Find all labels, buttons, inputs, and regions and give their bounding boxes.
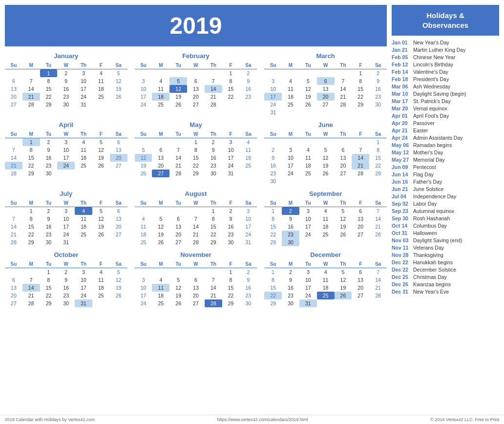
month-title: January — [5, 52, 127, 60]
day-header: F — [92, 62, 110, 69]
holiday-item: Apr 01April Fool's Day — [392, 112, 499, 119]
day-header: M — [152, 260, 169, 268]
month-block: JuneSuMTuWThFSa1234567891011121314151617… — [264, 121, 387, 185]
day-header: W — [187, 130, 205, 138]
calendar-day: 24 — [135, 101, 152, 108]
calendar-day: 20 — [5, 93, 22, 101]
holiday-name: Veterans Day — [413, 245, 444, 251]
calendar-day: 21 — [5, 231, 22, 238]
calendar-day: 25 — [282, 101, 299, 108]
calendar-day: 27 — [187, 299, 205, 307]
calendar-day: 28 — [335, 101, 352, 108]
calendar-day: 13 — [5, 284, 22, 292]
holiday-date: Dec 22 — [392, 259, 410, 265]
calendar-day: 23 — [40, 231, 58, 238]
calendar-day: 17 — [57, 223, 75, 231]
calendar-day: 30 — [264, 177, 282, 185]
month-table: SuMTuWThFSa12345678910111213141516171819… — [264, 62, 387, 116]
calendar-day: 15 — [264, 284, 282, 292]
calendar-day: 27 — [5, 299, 22, 307]
calendar-day: 23 — [282, 292, 299, 299]
calendar-day: 14 — [5, 223, 22, 231]
calendar-day: 29 — [22, 170, 40, 177]
calendar-day: 20 — [187, 292, 205, 299]
calendar-day — [92, 170, 110, 177]
holiday-item: Jun 14Flag Day — [392, 170, 499, 178]
day-header: Su — [5, 260, 22, 268]
calendar-day: 12 — [317, 154, 335, 162]
calendar-day: 18 — [75, 223, 92, 231]
calendar-day: 21 — [352, 162, 369, 170]
calendar-day: 30 — [282, 238, 299, 246]
holiday-name: Thanksgiving — [413, 252, 443, 258]
calendar-day: 3 — [135, 276, 152, 284]
calendar-day: 13 — [187, 284, 205, 292]
holiday-item: Dec 22December Solstice — [392, 266, 499, 273]
calendar-day: 26 — [110, 292, 127, 299]
calendar-day: 19 — [335, 284, 352, 292]
calendar-day — [5, 207, 22, 215]
calendar-day: 20 — [110, 154, 127, 162]
calendar-day: 18 — [317, 284, 335, 292]
month-title: September — [264, 190, 387, 197]
holiday-item: Jun 16Father's Day — [392, 178, 499, 185]
calendar-day: 23 — [239, 93, 257, 101]
calendar-day: 3 — [222, 138, 240, 147]
day-header: M — [22, 130, 40, 138]
calendar-day: 2 — [264, 146, 282, 154]
holiday-name: Daylight Saving (begin) — [413, 91, 466, 97]
holiday-date: Mar 10 — [392, 91, 410, 97]
calendar-day: 16 — [239, 85, 257, 93]
calendar-day: 7 — [352, 146, 369, 154]
calendar-day: 5 — [335, 268, 352, 276]
calendar-day: 18 — [92, 284, 110, 292]
day-header: Th — [335, 130, 352, 138]
calendar-day — [335, 238, 352, 246]
day-header: M — [22, 260, 40, 268]
calendar-day: 27 — [110, 162, 127, 170]
holiday-item: Feb 18President's Day — [392, 75, 499, 83]
calendar-day — [369, 299, 387, 307]
holiday-item: May 06Ramadan begins — [392, 141, 499, 148]
calendar-day: 22 — [40, 292, 58, 299]
calendar-day: 25 — [92, 292, 110, 299]
holiday-item: Mar 06Ash Wednesday — [392, 83, 499, 90]
day-header: Th — [75, 199, 92, 207]
calendar-day: 18 — [317, 223, 335, 231]
day-header: Sa — [369, 130, 387, 138]
day-header: F — [352, 199, 369, 207]
calendar-day: 6 — [317, 77, 335, 85]
calendar-day — [335, 177, 352, 185]
holiday-item: Mar 10Daylight Saving (begin) — [392, 90, 499, 97]
calendar-day: 18 — [152, 93, 169, 101]
month-block: AprilSuMTuWThFSa123456789101112131415161… — [5, 121, 127, 185]
calendar-day: 20 — [352, 223, 369, 231]
calendar-day: 1 — [222, 69, 240, 78]
calendar-day: 6 — [352, 268, 369, 276]
calendar-day: 8 — [22, 146, 40, 154]
calendar-day — [335, 299, 352, 307]
footer-right: © 2016 Vertex42 LLC. Free to Print — [430, 417, 499, 422]
calendar-day: 28 — [169, 170, 187, 177]
day-header: Sa — [239, 199, 257, 207]
day-header: M — [282, 62, 299, 69]
day-header: Tu — [299, 260, 317, 268]
calendar-day: 1 — [22, 207, 40, 215]
calendar-day: 29 — [40, 299, 58, 307]
holiday-item: Nov 03Daylight Saving (end) — [392, 236, 499, 244]
month-table: SuMTuWThFSa12345678910111213141516171819… — [5, 62, 127, 108]
calendar-day: 21 — [369, 223, 387, 231]
calendar-day: 30 — [40, 238, 58, 246]
calendar-day: 10 — [75, 77, 92, 85]
calendar-day: 24 — [282, 170, 299, 177]
calendar-day — [152, 69, 169, 78]
calendar-day: 15 — [264, 223, 282, 231]
calendar-day: 16 — [369, 85, 387, 93]
calendar-day: 10 — [264, 85, 282, 93]
holiday-name: Kwanzaa begins — [413, 281, 451, 287]
calendar-day: 13 — [110, 215, 127, 223]
calendar-day: 5 — [299, 77, 317, 85]
calendar-day: 4 — [299, 146, 317, 154]
calendar-day: 5 — [110, 268, 127, 276]
calendar-day — [205, 69, 222, 78]
